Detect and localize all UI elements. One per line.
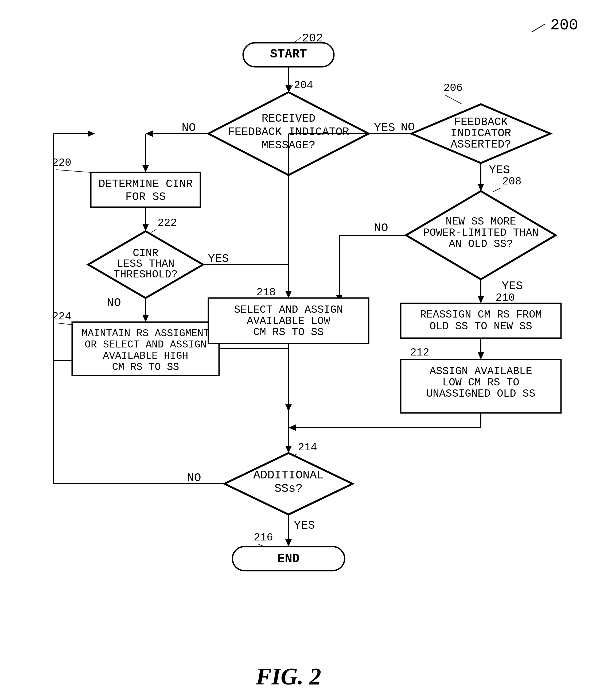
label-212: 212: [410, 347, 429, 359]
end-label: END: [278, 552, 300, 566]
box-224-line1: MAINTAIN RS ASSIGMENT: [82, 328, 210, 339]
box-218-line3: CM RS TO SS: [253, 326, 324, 339]
label-210: 210: [496, 292, 515, 304]
box-224-line2: OR SELECT AND ASSIGN: [85, 339, 207, 350]
box-212-line3: UNASSIGNED OLD SS: [426, 388, 535, 400]
decision-208-line1: NEW SS MORE: [446, 216, 516, 228]
box-210-line1: REASSIGN CM RS FROM: [420, 309, 542, 321]
label-yes-222: YES: [208, 252, 229, 266]
decision-208-line2: POWER-LIMITED THAN: [423, 227, 539, 239]
figure-ref: 200: [550, 17, 578, 34]
decision-222-line3: THRESHOLD?: [113, 269, 178, 281]
decision-222-line1: CINR: [133, 247, 158, 259]
label-yes-206: YES: [489, 163, 510, 177]
label-222: 222: [158, 217, 177, 229]
label-204: 204: [294, 79, 313, 92]
box-212-line2: LOW CM RS TO: [442, 377, 519, 389]
label-yes-214: YES: [294, 519, 315, 532]
decision-208-line3: AN OLD SS?: [449, 238, 513, 250]
label-218: 218: [257, 286, 276, 299]
box-220-line2: FOR SS: [125, 191, 166, 203]
label-220: 220: [52, 157, 71, 169]
label-yes-208: YES: [502, 279, 523, 293]
label-yes-204: YES: [374, 121, 395, 134]
label-224: 224: [52, 310, 71, 323]
box-218-line2: AVAILABLE LOW: [247, 315, 330, 327]
decision-222-line2: LESS THAN: [117, 258, 175, 270]
label-no-204: NO: [182, 121, 196, 134]
label-214: 214: [298, 442, 317, 454]
decision-206-line2: INDICATOR: [451, 127, 511, 140]
diagram-container: 200 202 START 204 RECEIVED FEEDBACK INDI…: [0, 0, 604, 700]
box-210-line2: OLD SS TO NEW SS: [429, 321, 532, 332]
label-206: 206: [443, 82, 463, 94]
flowchart-svg: 200 202 START 204 RECEIVED FEEDBACK INDI…: [0, 0, 604, 700]
label-no-208: NO: [374, 221, 388, 235]
label-no-206: NO: [401, 121, 415, 134]
decision-204-line1: RECEIVED: [262, 112, 315, 125]
label-no-214: NO: [187, 471, 201, 484]
decision-206-line1: FEEDBACK: [454, 116, 508, 129]
label-216: 216: [254, 532, 273, 544]
label-208: 208: [502, 176, 522, 188]
box-224-line3: AVAILABLE HIGH: [103, 350, 188, 361]
box-212-line1: ASSIGN AVAILABLE: [429, 365, 532, 377]
decision-206-line3: ASSERTED?: [451, 138, 511, 151]
box-218-line1: SELECT AND ASSIGN: [234, 304, 343, 316]
label-no-222: NO: [107, 296, 121, 309]
start-label: START: [270, 47, 307, 61]
fig-label: FIG. 2: [256, 664, 321, 689]
decision-214-line2: SSs?: [274, 482, 303, 495]
decision-214-line1: ADDITIONAL: [253, 469, 324, 482]
box-220-line1: DETERMINE CINR: [99, 178, 193, 191]
box-224-line4: CM RS TO SS: [112, 361, 179, 373]
